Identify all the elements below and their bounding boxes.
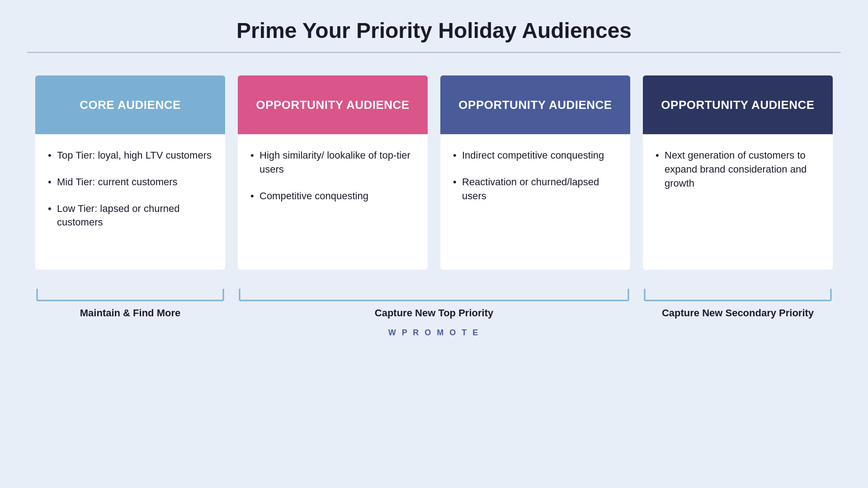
list-item: Reactivation or churned/lapsed users bbox=[453, 175, 618, 203]
card-opportunity1-list: High similarity/ lookalike of top-tier u… bbox=[250, 149, 415, 203]
list-item: Next generation of customers to expand b… bbox=[656, 149, 820, 190]
card-opportunity1-header-text: OPPORTUNITY AUDIENCE bbox=[256, 98, 409, 113]
card-opportunity3-header-text: OPPORTUNITY AUDIENCE bbox=[661, 98, 814, 113]
brackets-and-labels: Maintain & Find More Capture New Top Pri… bbox=[27, 288, 841, 320]
bottom-layout: Maintain & Find More Capture New Top Pri… bbox=[27, 288, 841, 338]
card-core: CORE AUDIENCE Top Tier: loyal, high LTV … bbox=[35, 75, 225, 270]
cards-container: CORE AUDIENCE Top Tier: loyal, high LTV … bbox=[27, 75, 841, 270]
bracket-capture-top-svg bbox=[238, 288, 630, 301]
list-item: High similarity/ lookalike of top-tier u… bbox=[250, 149, 415, 177]
card-opportunity3-body: Next generation of customers to expand b… bbox=[643, 134, 833, 270]
group-capture-top-label: Capture New Top Priority bbox=[375, 307, 493, 320]
group-capture-top: Capture New Top Priority bbox=[238, 288, 630, 320]
card-opportunity2-header-text: OPPORTUNITY AUDIENCE bbox=[458, 98, 612, 113]
card-opportunity2-header: OPPORTUNITY AUDIENCE bbox=[440, 75, 630, 134]
card-opportunity3-list: Next generation of customers to expand b… bbox=[656, 149, 820, 190]
list-item: Competitive conquesting bbox=[250, 189, 415, 203]
bracket-maintain-svg bbox=[35, 288, 225, 301]
card-opportunity2-body: Indirect competitive conquesting Reactiv… bbox=[440, 134, 630, 270]
group-capture-secondary: Capture New Secondary Priority bbox=[643, 288, 833, 320]
list-item: Low Tier: lapsed or churned customers bbox=[48, 202, 212, 230]
card-opportunity1: OPPORTUNITY AUDIENCE High similarity/ lo… bbox=[238, 75, 428, 270]
wpromote-brand: W P R O M O T E bbox=[388, 328, 480, 338]
card-opportunity1-body: High similarity/ lookalike of top-tier u… bbox=[238, 134, 428, 270]
group-maintain: Maintain & Find More bbox=[35, 288, 225, 320]
card-core-list: Top Tier: loyal, high LTV customers Mid … bbox=[48, 149, 212, 230]
card-core-body: Top Tier: loyal, high LTV customers Mid … bbox=[35, 134, 225, 270]
bracket-secondary-svg bbox=[643, 288, 833, 301]
card-opportunity1-header: OPPORTUNITY AUDIENCE bbox=[238, 75, 428, 134]
list-item: Indirect competitive conquesting bbox=[453, 149, 618, 163]
card-opportunity2-list: Indirect competitive conquesting Reactiv… bbox=[453, 149, 618, 203]
card-core-header: CORE AUDIENCE bbox=[35, 75, 225, 134]
page-title: Prime Your Priority Holiday Audiences bbox=[236, 18, 632, 43]
title-divider bbox=[27, 52, 841, 53]
card-opportunity3-header: OPPORTUNITY AUDIENCE bbox=[643, 75, 833, 134]
card-opportunity3: OPPORTUNITY AUDIENCE Next generation of … bbox=[643, 75, 833, 270]
group-maintain-label: Maintain & Find More bbox=[80, 307, 180, 320]
card-core-header-text: CORE AUDIENCE bbox=[80, 98, 181, 113]
list-item: Mid Tier: current customers bbox=[48, 175, 212, 189]
card-opportunity2: OPPORTUNITY AUDIENCE Indirect competitiv… bbox=[440, 75, 630, 270]
group-capture-secondary-label: Capture New Secondary Priority bbox=[662, 307, 814, 320]
list-item: Top Tier: loyal, high LTV customers bbox=[48, 149, 212, 163]
